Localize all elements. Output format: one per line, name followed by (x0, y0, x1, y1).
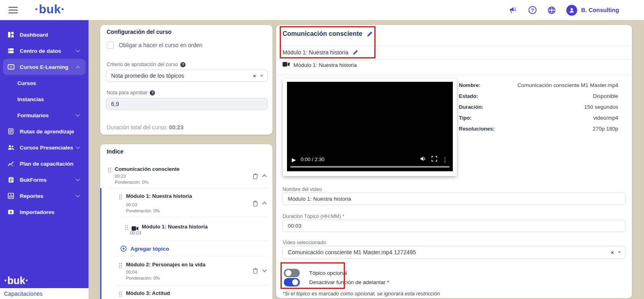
training-plan-icon (7, 160, 14, 167)
criteria-help-icon[interactable]: ? (180, 62, 186, 67)
sidebar-item-dashboard[interactable]: Dashboard (3, 27, 86, 43)
video-name-input[interactable] (283, 193, 625, 205)
drag-handle-icon[interactable] (125, 225, 128, 232)
video-select-value: Comunicación consciente M1 Master.mp4 12… (288, 249, 611, 255)
divider (126, 241, 268, 241)
meta-label: Nombre: (459, 82, 480, 88)
index-module1-title: Módulo 1: Nuestra historia (126, 193, 192, 199)
meta-row: Resoluciones: 270p 180p (459, 123, 618, 134)
drag-handle-icon[interactable] (119, 263, 122, 270)
criteria-label-text: Criterio de aprobación del curso (107, 62, 178, 67)
add-topic-button[interactable]: Agregar tópico (120, 245, 169, 252)
sidebar-item-importadores[interactable]: Importadores (3, 204, 86, 220)
chevron-down-icon (76, 48, 80, 52)
video-select[interactable]: Comunicación consciente M1 Master.mp4 12… (283, 246, 625, 259)
volume-icon[interactable] (420, 156, 427, 163)
topic-detail-card: Comunicación consciente Módulo 1: Nuestr… (276, 25, 632, 298)
sidebar-item-cursos[interactable]: Cursos (3, 75, 86, 91)
optional-topic-toggle[interactable] (284, 269, 300, 277)
grade-help-icon[interactable]: ? (150, 90, 155, 96)
video-select-label: Video seleccionado (283, 240, 326, 245)
hamburger-menu-icon[interactable] (8, 7, 18, 13)
divider (107, 188, 268, 189)
meta-label: Duración: (459, 104, 483, 110)
course-title-row: Comunicación consciente (283, 30, 373, 37)
total-duration-value: 00:23 (169, 124, 184, 131)
elearning-video-icon (7, 63, 14, 71)
sidebar-item-formularios[interactable]: Formularios (3, 107, 86, 123)
collapse-chevron-icon[interactable] (262, 174, 266, 179)
import-icon (7, 208, 14, 216)
drag-handle-icon[interactable] (108, 167, 111, 174)
disable-forward-toggle[interactable] (284, 278, 300, 287)
edit-module-title-pencil-icon[interactable] (353, 50, 358, 55)
index-card: Indice Comunicación consciente 00:23 Pon… (100, 144, 272, 299)
meta-row: Estado: Disponible (459, 91, 618, 102)
total-duration-label: Duración total del curso: (107, 124, 167, 131)
trash-icon[interactable] (252, 200, 258, 208)
plus-circle-icon (120, 245, 127, 252)
index-module1-weight: Ponderación: 0% (126, 208, 160, 213)
sidebar-item-instancias[interactable]: Instancias (3, 91, 86, 107)
index-course-duration: 00:23 (115, 174, 126, 179)
chevron-down-icon (76, 177, 80, 181)
criteria-field-label: Criterio de aprobación del curso ? (107, 62, 186, 67)
sidebar-item-plan-de-capacitacion[interactable]: Plan de capacitación (3, 156, 86, 172)
video-player[interactable]: ▶ 0:00 / 2:30 ⋮ (287, 82, 453, 171)
chevron-up-icon (76, 66, 80, 70)
sidebar-item-cursos-presenciales[interactable]: Cursos Presenciales (3, 139, 86, 156)
chevron-down-icon (76, 112, 80, 116)
index-course-weight: Ponderación: 0% (115, 180, 149, 185)
video-time: 0:00 / 2:30 (301, 157, 324, 162)
disable-forward-label: Desactivar función de adelantar * (309, 279, 389, 285)
trash-icon[interactable] (252, 268, 258, 276)
fullscreen-icon[interactable] (431, 156, 437, 163)
drag-handle-icon[interactable] (119, 194, 122, 201)
user-name[interactable]: B. Consulting (581, 7, 619, 13)
index-card-title: Indice (107, 148, 124, 155)
divider (276, 59, 632, 60)
index-module2-title: Módulo 2: Personajes en la vida (126, 262, 205, 268)
capacitaciones-label[interactable]: Capacitaciones (4, 291, 43, 297)
play-button-icon[interactable]: ▶ (292, 157, 296, 163)
drag-handle-icon[interactable] (119, 291, 122, 299)
buk-footer-logo: ·buk· (4, 275, 29, 287)
collapse-chevron-icon[interactable] (262, 201, 266, 206)
meta-value: 150 segundos (584, 104, 618, 110)
topic-duration-input[interactable] (283, 220, 625, 232)
sidebar-item-cursos-elearning[interactable]: Cursos E-Learning (3, 59, 86, 75)
active-section-indicator (100, 188, 101, 299)
sidebar-item-label: Cursos (17, 80, 36, 86)
clear-selection-icon[interactable]: × (611, 249, 614, 255)
clipboard-icon (7, 176, 14, 183)
total-duration-text: Duración total del curso: 00:23 (107, 124, 184, 131)
criteria-select[interactable]: Nota promedio de los tópicos × (106, 70, 268, 82)
module-title: Módulo 1: Nuestra historia (283, 49, 348, 56)
index-course-title: Comunicación consciente (115, 166, 180, 172)
trash-icon[interactable] (252, 173, 258, 181)
globe-icon[interactable] (547, 5, 557, 15)
sidebar: Dashboard Centro de datos Cursos E-Learn… (0, 20, 89, 299)
expand-chevron-icon[interactable] (262, 268, 266, 272)
sidebar-item-bukforms[interactable]: BukForms (3, 172, 86, 188)
sidebar-item-label: Cursos E-Learning (20, 64, 68, 70)
sidebar-item-label: Dashboard (20, 32, 48, 38)
index-module2-duration: 00:04 (126, 270, 137, 274)
sidebar-item-centro-de-datos[interactable]: Centro de datos (3, 43, 86, 59)
sidebar-item-label: Reportes (20, 193, 43, 199)
video-progress-bar[interactable] (290, 166, 450, 168)
megaphone-icon[interactable] (508, 5, 518, 15)
topic-duration-label: Duración Tópico (HH:MM) * (283, 214, 344, 219)
sidebar-item-rutas-de-aprendizaje[interactable]: Rutas de aprendizaje (3, 123, 86, 139)
meta-label: Estado: (459, 93, 478, 99)
grade-input[interactable] (106, 98, 268, 110)
database-icon (7, 47, 14, 54)
user-avatar[interactable] (566, 5, 577, 16)
clear-selection-icon[interactable]: × (253, 73, 256, 79)
sidebar-item-reportes[interactable]: Reportes (3, 188, 86, 204)
edit-course-title-pencil-icon[interactable] (367, 31, 373, 37)
help-icon[interactable]: ? (528, 5, 537, 15)
buk-logo[interactable]: ·buk· (35, 2, 65, 16)
more-options-icon[interactable]: ⋮ (442, 157, 448, 163)
order-checkbox[interactable] (107, 42, 114, 49)
